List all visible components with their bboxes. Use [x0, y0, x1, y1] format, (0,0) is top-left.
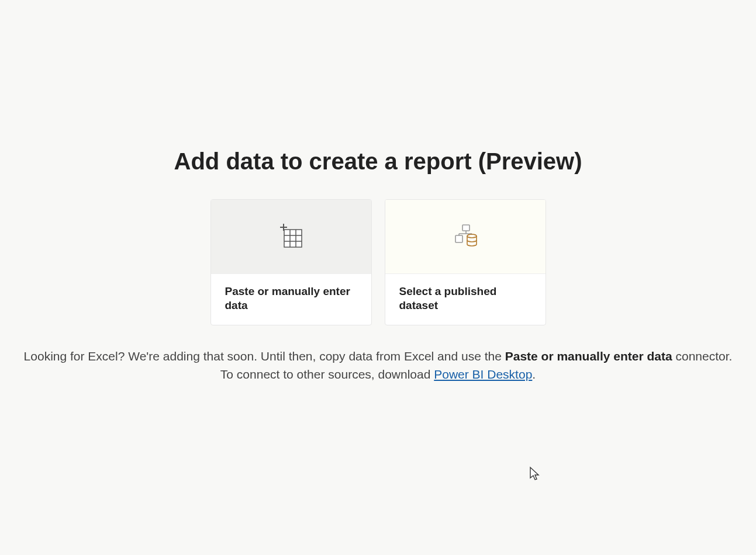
- svg-rect-7: [462, 225, 470, 231]
- paste-data-icon-area: [211, 200, 371, 274]
- cursor-icon: [529, 466, 541, 484]
- paste-data-card[interactable]: Paste or manually enter data: [210, 199, 372, 325]
- helper-part3: .: [532, 367, 536, 381]
- helper-part1: Looking for Excel? We're adding that soo…: [24, 349, 505, 363]
- paste-data-label: Paste or manually enter data: [211, 274, 371, 325]
- select-dataset-card[interactable]: Select a published dataset: [385, 199, 546, 325]
- dataset-icon: [450, 220, 481, 254]
- select-dataset-icon-area: [385, 200, 546, 274]
- page-title: Add data to create a report (Preview): [174, 148, 582, 175]
- select-dataset-label: Select a published dataset: [385, 274, 546, 325]
- svg-rect-0: [284, 230, 302, 247]
- helper-bold: Paste or manually enter data: [505, 349, 672, 363]
- svg-rect-8: [455, 235, 462, 242]
- power-bi-desktop-link[interactable]: Power BI Desktop: [434, 367, 532, 381]
- add-data-container: Add data to create a report (Preview): [0, 148, 756, 383]
- cards-row: Paste or manually enter data: [210, 199, 546, 325]
- table-plus-icon: [277, 221, 305, 252]
- helper-text: Looking for Excel? We're adding that soo…: [18, 348, 738, 383]
